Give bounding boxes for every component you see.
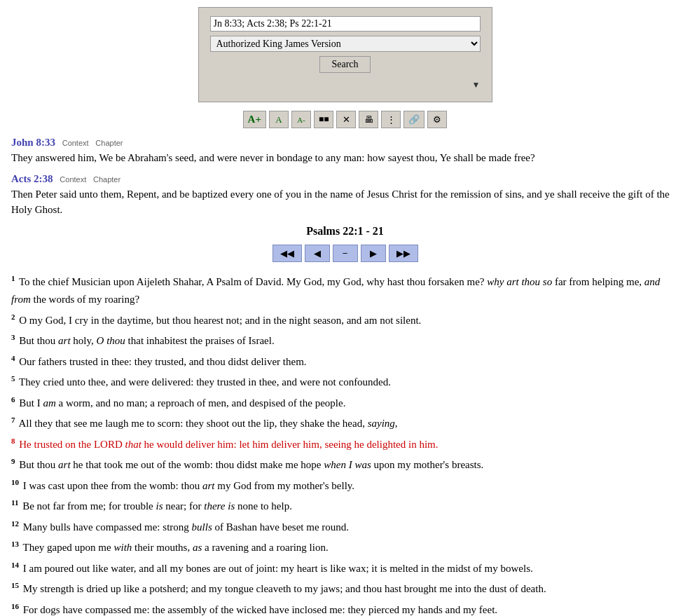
search-button[interactable]: Search — [319, 56, 370, 73]
toolbar: A+ A A- ■■ ✕ 🖶 ⋮ 🔗 ⚙ — [11, 111, 679, 128]
acts-context-link[interactable]: Context — [60, 175, 86, 184]
verse-num-16: 16 — [11, 602, 19, 610]
psalm-verse-2: 2 O my God, I cry in the daytime, but th… — [11, 310, 679, 330]
psalm-verse-15: 15 My strength is dried up like a potshe… — [11, 579, 679, 598]
psalm-verse-8: 8 He trusted on the LORD that he would d… — [11, 434, 679, 454]
psalm-verse-10: 10 I was cast upon thee from the womb: t… — [11, 476, 679, 495]
verse-num-8: 8 — [11, 437, 15, 445]
verse-num-9: 9 — [11, 457, 15, 465]
verse-num-4: 4 — [11, 354, 15, 362]
psalm-verses: 1 To the chief Musician upon Aijeleth Sh… — [11, 272, 679, 617]
john-context-link[interactable]: Context — [62, 139, 89, 147]
psalm-next-button[interactable]: ▶ — [361, 245, 386, 262]
john-chapter-link[interactable]: Chapter — [95, 139, 123, 147]
link-button[interactable]: 🔗 — [403, 111, 425, 128]
psalm-verse-13: 13 They gaped upon me with their mouths,… — [11, 538, 679, 557]
font-normal-button[interactable]: A — [269, 111, 289, 128]
acts-ref: Acts 2:38 — [11, 173, 53, 184]
john-ref: John 8:33 — [11, 137, 55, 148]
display-mode-button[interactable]: ■■ — [314, 111, 334, 128]
psalm-verse-14: 14 I am poured out like water, and all m… — [11, 559, 679, 578]
verse-num-5: 5 — [11, 374, 15, 383]
font-smaller-button[interactable]: A- — [291, 111, 311, 128]
psalm-verse-3: 3 But thou art holy, O thou that inhabit… — [11, 331, 679, 350]
print-button[interactable]: 🖶 — [359, 111, 378, 128]
dropdown-arrow-icon: ▼ — [472, 80, 481, 90]
psalm-last-button[interactable]: ▶▶ — [389, 245, 418, 262]
psalm-nav: ◀◀ ◀ − ▶ ▶▶ — [11, 245, 679, 262]
search-input[interactable]: Jn 8:33; Acts 2:38; Ps 22:1-21 — [210, 16, 481, 32]
verse-num-15: 15 — [11, 581, 19, 589]
psalm-verse-9: 9 But thou art he that took me out of th… — [11, 455, 679, 474]
search-area: Jn 8:33; Acts 2:38; Ps 22:1-21 Authorize… — [198, 7, 492, 102]
psalm-verse-16: 16 For dogs have compassed me: the assem… — [11, 600, 679, 617]
share-button[interactable]: ⋮ — [381, 111, 401, 128]
psalm-verse-5: 5 They cried unto thee, and were deliver… — [11, 372, 679, 392]
john-verse-text: They answered him, We be Abraham's seed,… — [11, 150, 679, 166]
verse-num-6: 6 — [11, 395, 15, 404]
psalm-prev-button[interactable]: ◀ — [305, 245, 330, 262]
acts-result: Acts 2:38 Context Chapter Then Peter sai… — [11, 173, 679, 218]
psalm-verse-6: 6 But I am a worm, and no man; a reproac… — [11, 393, 679, 413]
version-select[interactable]: Authorized King James Version New Intern… — [210, 36, 481, 52]
font-larger-button[interactable]: A+ — [243, 111, 266, 128]
verse-num-7: 7 — [11, 416, 15, 424]
psalm-minus-button[interactable]: − — [333, 245, 358, 262]
settings-button[interactable]: ⚙ — [427, 111, 447, 128]
verse-num-14: 14 — [11, 561, 19, 569]
verse-num-3: 3 — [11, 333, 15, 341]
psalm-first-button[interactable]: ◀◀ — [272, 245, 302, 262]
verse-num-13: 13 — [11, 540, 19, 548]
psalm-verse-12: 12 Many bulls have compassed me: strong … — [11, 517, 679, 537]
john-result: John 8:33 Context Chapter They answered … — [11, 137, 679, 166]
acts-verse-text: Then Peter said unto them, Repent, and b… — [11, 186, 679, 218]
close-button[interactable]: ✕ — [336, 111, 356, 128]
psalm-verse-4: 4 Our fathers trusted in thee: they trus… — [11, 352, 679, 371]
verse-num-1: 1 — [11, 274, 15, 282]
psalm-title: Psalms 22:1 - 21 — [11, 225, 679, 238]
psalm-verse-11: 11 Be not far from me; for trouble is ne… — [11, 496, 679, 516]
verse-num-2: 2 — [11, 313, 15, 321]
acts-chapter-link[interactable]: Chapter — [93, 175, 120, 184]
verse-num-11: 11 — [11, 498, 18, 507]
verse-num-10: 10 — [11, 478, 19, 486]
psalm-verse-7: 7 All they that see me laugh me to scorn… — [11, 413, 679, 433]
psalm-verse-1: 1 To the chief Musician upon Aijeleth Sh… — [11, 272, 679, 309]
verse-num-12: 12 — [11, 519, 19, 528]
